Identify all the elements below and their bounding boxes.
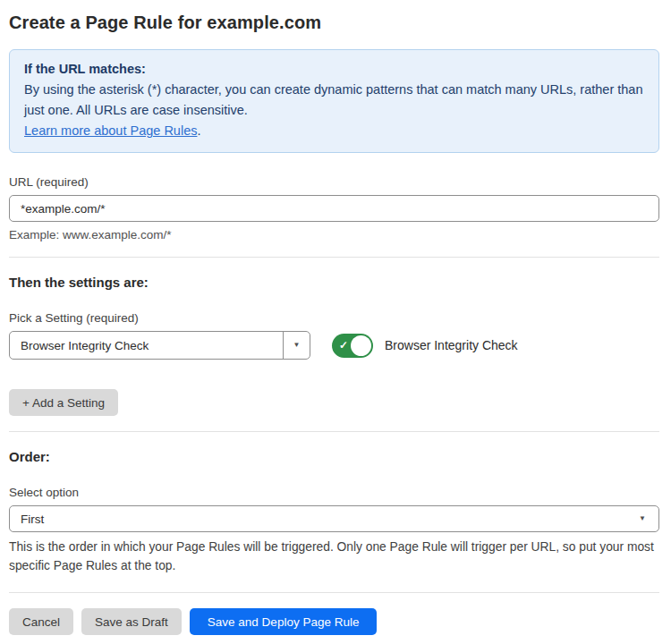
toggle-label: Browser Integrity Check — [385, 338, 518, 352]
setting-picker-label: Pick a Setting (required) — [9, 311, 659, 325]
setting-dropdown-value: Browser Integrity Check — [10, 332, 283, 359]
create-page-rule-form: Create a Page Rule for example.com If th… — [0, 13, 671, 635]
check-icon: ✓ — [339, 339, 348, 352]
cancel-button[interactable]: Cancel — [9, 608, 73, 635]
info-box-link-line: Learn more about Page Rules. — [24, 121, 644, 141]
chevron-down-icon: ▼ — [639, 515, 646, 522]
setting-toggle-group: ✓ Browser Integrity Check — [332, 334, 518, 358]
save-as-draft-button[interactable]: Save as Draft — [81, 608, 182, 635]
url-field-label: URL (required) — [9, 175, 659, 189]
order-section-heading: Order: — [9, 449, 659, 464]
order-help-text: This is the order in which your Page Rul… — [9, 538, 659, 575]
save-and-deploy-button[interactable]: Save and Deploy Page Rule — [190, 608, 378, 635]
browser-integrity-toggle[interactable]: ✓ — [332, 334, 373, 358]
order-select-label: Select option — [9, 486, 659, 499]
divider-footer — [9, 592, 659, 593]
setting-row: Browser Integrity Check ▼ ✓ Browser Inte… — [9, 331, 659, 360]
order-select-value: First — [21, 513, 44, 526]
divider-settings-order — [9, 431, 659, 432]
link-suffix: . — [197, 123, 200, 138]
learn-more-link[interactable]: Learn more about Page Rules — [24, 123, 197, 138]
divider-url-settings — [9, 257, 659, 258]
add-setting-button[interactable]: + Add a Setting — [9, 389, 118, 416]
info-box-body: By using the asterisk (*) character, you… — [24, 80, 644, 121]
setting-dropdown-arrow-button[interactable]: ▼ — [283, 332, 310, 359]
settings-section-heading: Then the settings are: — [9, 275, 659, 290]
order-select[interactable]: First ▼ — [9, 505, 659, 532]
info-box-heading: If the URL matches: — [24, 59, 644, 80]
chevron-down-icon: ▼ — [293, 342, 301, 349]
toggle-knob — [351, 335, 371, 356]
footer-buttons: Cancel Save as Draft Save and Deploy Pag… — [9, 608, 659, 635]
url-example-hint: Example: www.example.com/* — [9, 228, 659, 242]
setting-dropdown[interactable]: Browser Integrity Check ▼ — [9, 331, 310, 360]
url-input[interactable] — [9, 195, 659, 222]
url-match-info-box: If the URL matches: By using the asteris… — [9, 49, 659, 153]
page-title: Create a Page Rule for example.com — [9, 13, 659, 33]
